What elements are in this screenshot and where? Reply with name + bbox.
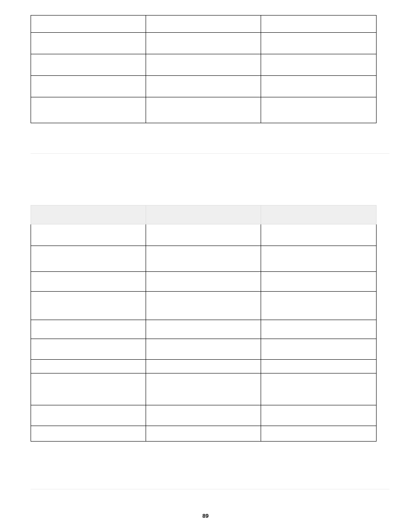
- table-cell: [261, 16, 377, 33]
- document-page: 89: [0, 0, 411, 532]
- table-cell: [31, 320, 146, 339]
- table-row: [31, 426, 377, 442]
- section-divider: [31, 153, 389, 154]
- table-cell: [31, 426, 146, 442]
- table-cell: [261, 373, 377, 405]
- table-cell: [31, 54, 146, 76]
- table-cell: [146, 426, 261, 442]
- table-cell: [31, 246, 146, 272]
- table-cell: [146, 373, 261, 405]
- table-cell: [261, 405, 377, 426]
- table-header-row: [31, 205, 377, 224]
- table-cell: [146, 97, 261, 123]
- table-row: [31, 373, 377, 405]
- table-cell: [146, 272, 261, 292]
- table-cell: [146, 339, 261, 360]
- table-row: [31, 224, 377, 246]
- table-cell: [31, 292, 146, 320]
- table-header-cell: [261, 205, 377, 224]
- table-cell: [261, 339, 377, 360]
- table-row: [31, 54, 377, 76]
- table-cell: [146, 360, 261, 373]
- table-cell: [261, 292, 377, 320]
- table-cell: [261, 76, 377, 97]
- table-cell: [31, 76, 146, 97]
- table-cell: [146, 76, 261, 97]
- page-number: 89: [0, 513, 411, 519]
- table-cell: [31, 272, 146, 292]
- table-row: [31, 339, 377, 360]
- table-cell: [261, 97, 377, 123]
- table-row: [31, 246, 377, 272]
- table-header-cell: [146, 205, 261, 224]
- table-cell: [31, 339, 146, 360]
- table-cell: [31, 16, 146, 33]
- table-row: [31, 33, 377, 54]
- table-cell: [31, 360, 146, 373]
- section-divider: [31, 489, 389, 489]
- table-cell: [261, 426, 377, 442]
- table-cell: [31, 224, 146, 246]
- table-1: [31, 15, 377, 123]
- table-cell: [146, 54, 261, 76]
- table-row: [31, 97, 377, 123]
- table-cell: [146, 16, 261, 33]
- table-row: [31, 272, 377, 292]
- table-cell: [261, 33, 377, 54]
- table-cell: [146, 405, 261, 426]
- table-cell: [261, 54, 377, 76]
- table-row: [31, 16, 377, 33]
- table-row: [31, 405, 377, 426]
- table-cell: [31, 97, 146, 123]
- table-row: [31, 292, 377, 320]
- table-row: [31, 360, 377, 373]
- table-header-cell: [31, 205, 146, 224]
- table-cell: [31, 33, 146, 54]
- table-cell: [146, 292, 261, 320]
- table-cell: [261, 272, 377, 292]
- table-cell: [261, 224, 377, 246]
- table-cell: [31, 373, 146, 405]
- table-cell: [261, 320, 377, 339]
- table-2: [31, 205, 377, 442]
- table-cell: [261, 360, 377, 373]
- table-cell: [146, 224, 261, 246]
- table-row: [31, 320, 377, 339]
- table-cell: [146, 320, 261, 339]
- table-cell: [31, 405, 146, 426]
- table-cell: [146, 246, 261, 272]
- table-row: [31, 76, 377, 97]
- table-cell: [146, 33, 261, 54]
- table-cell: [261, 246, 377, 272]
